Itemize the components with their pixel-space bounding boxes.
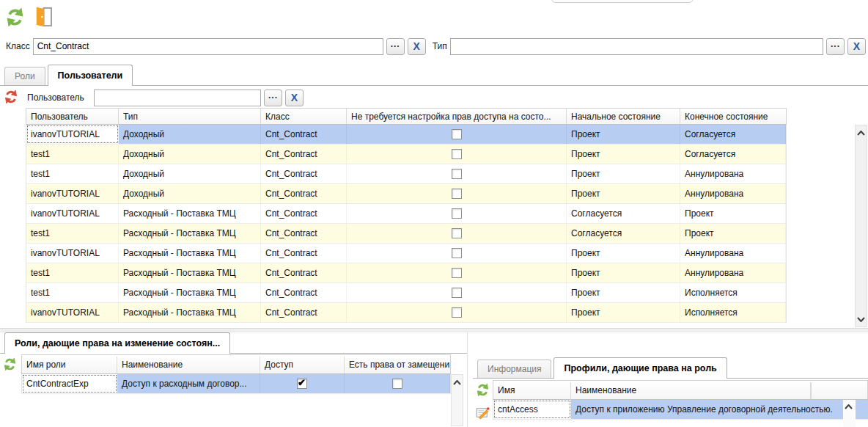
cell: Cnt_Contract (261, 263, 347, 282)
cell: Аннулирована (680, 244, 786, 263)
scroll-up-icon[interactable] (452, 376, 463, 388)
tab-users[interactable]: Пользователи (48, 65, 133, 86)
cell: Расходный - Поставка ТМЦ (119, 204, 261, 223)
cell: Доходный (119, 145, 261, 164)
cell-no-setup (347, 145, 567, 164)
cell: Расходный - Поставка ТМЦ (119, 224, 261, 243)
checkbox[interactable] (452, 228, 462, 238)
checkbox[interactable] (452, 288, 462, 298)
scroll-up-icon[interactable] (856, 127, 867, 139)
cell: Аннулирована (680, 164, 786, 183)
column-header[interactable]: Начальное состояние (567, 109, 680, 124)
column-header[interactable]: Наименование (117, 357, 260, 373)
class-browse-button[interactable]: ... (386, 38, 405, 55)
type-clear-button[interactable]: X (847, 38, 866, 55)
column-header[interactable]: Имя роли (22, 357, 117, 373)
column-header[interactable]: Класс (261, 109, 347, 124)
user-clear-button[interactable]: X (285, 90, 304, 106)
checkbox[interactable] (392, 379, 402, 389)
cell-caption: Доступ к расходным договор... (117, 374, 260, 393)
column-header[interactable]: Не требуется настройка прав доступа на с… (347, 109, 567, 124)
checkbox[interactable] (452, 248, 462, 258)
cell: Проект (567, 303, 680, 322)
refresh-icon[interactable] (5, 7, 25, 27)
column-header[interactable]: Конечное состояние (680, 109, 786, 124)
cell: Проект (567, 263, 680, 282)
user-filter-label: Пользователь (27, 92, 91, 103)
table-row[interactable]: ivanovTUTORIALРасходный - Поставка ТМЦCn… (26, 204, 786, 224)
column-header[interactable]: Тип (119, 109, 261, 124)
profiles-table-body: cntAccessДоступ к приложению Управление … (493, 400, 868, 420)
cell-no-setup (347, 224, 567, 243)
table-row[interactable]: ivanovTUTORIALРасходный - Поставка ТМЦCn… (26, 303, 786, 323)
cell: Проект (567, 164, 680, 183)
users-scrollbar[interactable] (855, 125, 867, 327)
scroll-down-icon[interactable] (856, 313, 867, 325)
refresh-users-icon[interactable] (4, 90, 18, 104)
checkbox[interactable] (452, 268, 462, 278)
user-browse-button[interactable]: ... (264, 90, 282, 106)
table-row[interactable]: CntContractExpДоступ к расходным договор… (22, 374, 450, 394)
table-row[interactable]: cntAccessДоступ к приложению Управление … (493, 400, 868, 420)
column-header[interactable]: Пользователь (26, 109, 119, 124)
checkbox[interactable] (452, 149, 462, 159)
table-row[interactable]: test1Расходный - Поставка ТМЦCnt_Contrac… (26, 263, 786, 283)
profiles-table-header: Имя Наименование (493, 380, 868, 400)
type-browse-button[interactable]: ... (826, 38, 845, 55)
tab-roles-granting-rights[interactable]: Роли, дающие права на изменение состоян.… (4, 332, 230, 354)
cell: Согласуется (567, 204, 680, 223)
column-header[interactable]: Доступ (260, 357, 345, 373)
profiles-scrollbar[interactable] (843, 400, 856, 427)
scroll-up-icon[interactable] (843, 401, 854, 412)
column-header[interactable]: Наименование (571, 382, 811, 399)
cell: Cnt_Contract (261, 303, 347, 322)
cell: Доходный (119, 164, 261, 183)
table-row[interactable]: ivanovTUTORIALДоходныйCnt_ContractПроект… (26, 184, 786, 204)
table-row[interactable]: test1ДоходныйCnt_ContractПроектАннулиров… (26, 164, 786, 184)
checkbox[interactable] (297, 379, 307, 389)
table-row[interactable]: ivanovTUTORIALДоходныйCnt_ContractПроект… (26, 125, 786, 145)
checkbox[interactable] (452, 307, 462, 318)
cropped-popup-edge (551, 0, 694, 3)
cell: Исполняется (680, 283, 786, 302)
checkbox[interactable] (452, 189, 462, 199)
checkbox[interactable] (452, 129, 462, 139)
column-header[interactable]: Есть права от замещений (345, 357, 450, 373)
edit-profile-icon[interactable] (475, 405, 490, 420)
table-row[interactable]: test1Расходный - Поставка ТМЦCnt_Contrac… (26, 224, 786, 244)
cell: Проект (567, 184, 680, 203)
cell: Cnt_Contract (261, 125, 347, 144)
cell-profile-name: cntAccess (493, 400, 571, 419)
cell: Расходный - Поставка ТМЦ (119, 283, 261, 302)
table-row[interactable]: ivanovTUTORIALРасходный - Поставка ТМЦCn… (26, 244, 786, 263)
refresh-roles-icon[interactable] (3, 357, 17, 371)
tab-roles[interactable]: Роли (4, 67, 45, 85)
checkbox[interactable] (452, 169, 462, 179)
class-input[interactable] (33, 38, 383, 55)
type-input[interactable] (450, 38, 823, 55)
table-row[interactable]: test1ДоходныйCnt_ContractПроектСогласует… (26, 145, 786, 164)
tab-profiles-granting-role[interactable]: Профили, дающие права на роль (553, 357, 727, 379)
checkbox[interactable] (452, 208, 462, 219)
cell: Проект (680, 204, 786, 223)
cell: Cnt_Contract (261, 204, 347, 223)
cell: Cnt_Contract (261, 283, 347, 302)
cell: Согласуется (680, 145, 786, 164)
exit-door-icon[interactable] (33, 6, 54, 28)
column-header[interactable]: Имя (493, 382, 571, 399)
user-filter-input[interactable] (94, 90, 261, 106)
class-clear-button[interactable]: X (408, 38, 426, 55)
refresh-profiles-icon[interactable] (476, 383, 490, 397)
cell: Cnt_Contract (261, 164, 347, 183)
roles-table-body: CntContractExpДоступ к расходным договор… (21, 374, 451, 394)
cell-no-setup (347, 263, 567, 282)
roles-scrollbar[interactable] (451, 374, 463, 426)
cell: Расходный - Поставка ТМЦ (119, 244, 261, 263)
tab-information[interactable]: Информация (477, 360, 551, 378)
cell: ivanovTUTORIAL (26, 204, 119, 223)
roles-tabstrip: Роли, дающие права на изменение состоян.… (0, 332, 467, 354)
table-row[interactable]: test1Расходный - Поставка ТМЦCnt_Contrac… (26, 283, 786, 303)
users-table-body: ivanovTUTORIALДоходныйCnt_ContractПроект… (26, 125, 787, 323)
cell: ivanovTUTORIAL (26, 244, 119, 263)
cell: Проект (567, 125, 680, 144)
